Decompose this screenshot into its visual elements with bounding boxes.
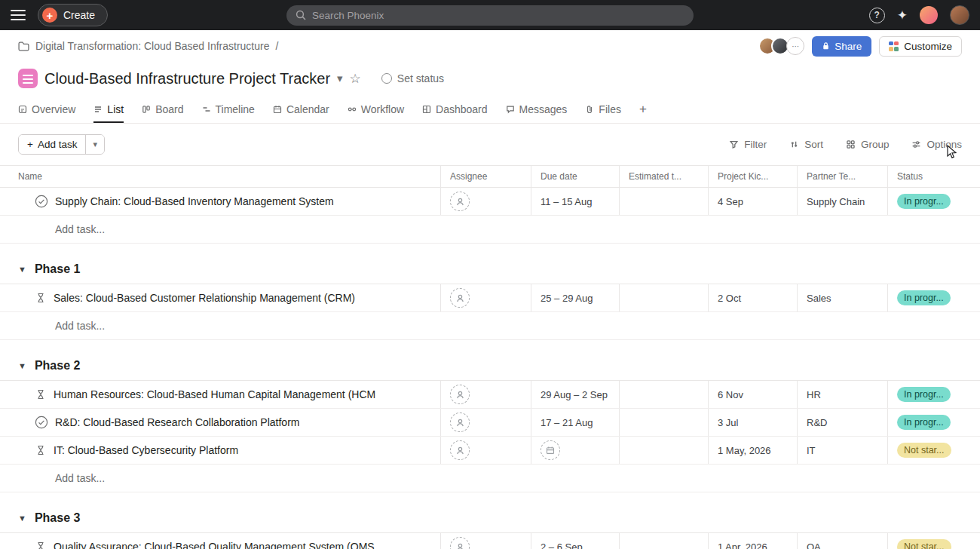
status-badge[interactable]: In progr... [897, 290, 951, 305]
table-row[interactable]: Sales: Cloud-Based Customer Relationship… [0, 284, 980, 312]
create-button[interactable]: + Create [38, 4, 108, 26]
tab-workflow[interactable]: Workflow [348, 95, 404, 123]
assignee-avatar-placeholder[interactable] [450, 440, 470, 460]
help-icon[interactable]: ? [869, 8, 885, 23]
section-collapse-icon[interactable]: ▼ [18, 265, 26, 274]
due-date-placeholder-calendar-icon[interactable] [541, 440, 560, 460]
assignee-avatar-placeholder[interactable] [450, 537, 470, 549]
add-task-row[interactable]: Add task... [0, 465, 980, 492]
tab-messages[interactable]: Messages [506, 95, 568, 123]
table-row[interactable]: R&D: Cloud-Based Research Collaboration … [0, 409, 980, 437]
task-name[interactable]: R&D: Cloud-Based Research Collaboration … [55, 416, 299, 428]
user-avatar[interactable] [950, 5, 969, 25]
assignee-cell[interactable] [441, 409, 531, 436]
tab-list[interactable]: List [93, 95, 124, 123]
due-date-cell[interactable]: 17 – 21 Aug [531, 409, 620, 436]
partner-team-cell[interactable]: QA [798, 533, 888, 549]
member-overflow-button[interactable]: ··· [786, 37, 804, 55]
status-cell[interactable]: Not star... [888, 437, 980, 464]
project-kickoff-cell[interactable]: 2 Oct [709, 284, 798, 311]
hourglass-icon[interactable] [35, 292, 47, 304]
project-icon[interactable] [18, 69, 38, 88]
estimated-cell[interactable] [620, 381, 709, 408]
task-name[interactable]: Human Resources: Cloud-Based Human Capit… [54, 388, 375, 400]
partner-team-cell[interactable]: R&D [798, 409, 888, 436]
member-avatars[interactable]: ··· [758, 37, 804, 55]
project-kickoff-cell[interactable]: 1 Apr, 2026 [709, 533, 798, 549]
assignee-cell[interactable] [441, 437, 531, 464]
section-collapse-icon[interactable]: ▼ [18, 514, 26, 523]
share-button[interactable]: Share [812, 36, 871, 57]
column-header-project-kickoff[interactable]: Project Kic... [709, 166, 798, 187]
add-task-button[interactable]: + Add task [19, 135, 85, 154]
ai-sparkle-icon[interactable]: ✦ [897, 8, 908, 23]
section-collapse-icon[interactable]: ▼ [18, 361, 26, 370]
column-header-due-date[interactable]: Due date [531, 166, 620, 187]
status-cell[interactable]: Not star... [888, 533, 980, 549]
assignee-avatar-placeholder[interactable] [450, 192, 470, 211]
set-status-button[interactable]: Set status [381, 72, 444, 84]
task-name[interactable]: Quality Assurance: Cloud-Based Quality M… [54, 541, 375, 549]
column-header-partner-team[interactable]: Partner Te... [798, 166, 888, 187]
tab-timeline[interactable]: Timeline [202, 95, 255, 123]
column-header-estimated[interactable]: Estimated t... [620, 166, 709, 187]
section-title[interactable]: Phase 1 [35, 262, 80, 276]
tab-calendar[interactable]: Calendar [273, 95, 329, 123]
due-date-cell[interactable]: 29 Aug – 2 Sep [531, 381, 620, 408]
project-kickoff-cell[interactable]: 6 Nov [709, 381, 798, 408]
column-header-status[interactable]: Status [888, 166, 980, 187]
add-task-row[interactable]: Add task... [0, 216, 980, 244]
partner-team-cell[interactable]: HR [798, 381, 888, 408]
hourglass-icon[interactable] [35, 444, 47, 456]
estimated-cell[interactable] [620, 409, 709, 436]
assignee-cell[interactable] [441, 284, 531, 311]
due-date-cell[interactable]: 25 – 29 Aug [531, 284, 620, 311]
assignee-avatar-placeholder[interactable] [450, 385, 470, 404]
filter-button[interactable]: Filter [729, 139, 767, 150]
hourglass-icon[interactable] [35, 388, 47, 400]
sort-button[interactable]: Sort [789, 139, 823, 150]
tab-dashboard[interactable]: Dashboard [422, 95, 488, 123]
table-row[interactable]: Supply Chain: Cloud-Based Inventory Mana… [0, 188, 980, 216]
table-row[interactable]: Human Resources: Cloud-Based Human Capit… [0, 381, 980, 409]
breadcrumb-project-link[interactable]: Digital Transformation: Cloud Based Infr… [35, 40, 269, 52]
hamburger-menu-icon[interactable] [11, 10, 26, 20]
status-badge[interactable]: In progr... [897, 415, 951, 430]
status-badge[interactable]: Not star... [897, 539, 951, 549]
due-date-cell[interactable] [531, 437, 620, 464]
project-kickoff-cell[interactable]: 4 Sep [709, 188, 798, 215]
section-title[interactable]: Phase 3 [35, 511, 80, 525]
assignee-cell[interactable] [441, 533, 531, 549]
status-cell[interactable]: In progr... [888, 409, 980, 436]
tab-overview[interactable]: Overview [18, 95, 75, 123]
estimated-cell[interactable] [620, 188, 709, 215]
assignee-avatar-placeholder[interactable] [450, 413, 470, 432]
assignee-avatar-placeholder[interactable] [450, 288, 470, 308]
options-button[interactable]: Options [911, 139, 962, 150]
tab-files[interactable]: Files [585, 95, 621, 123]
global-search[interactable] [286, 5, 694, 26]
project-kickoff-cell[interactable]: 3 Jul [709, 409, 798, 436]
status-badge[interactable]: Not star... [897, 443, 951, 458]
tab-board[interactable]: Board [142, 95, 183, 123]
favorite-star-icon[interactable]: ☆ [350, 71, 361, 87]
partner-team-cell[interactable]: Supply Chain [798, 188, 888, 215]
column-header-assignee[interactable]: Assignee [441, 166, 531, 187]
title-chevron-down-icon[interactable]: ▾ [337, 72, 343, 85]
due-date-cell[interactable]: 11 – 15 Aug [531, 188, 620, 215]
add-task-dropdown-button[interactable]: ▾ [85, 135, 104, 154]
check-circle-icon[interactable] [35, 195, 48, 208]
project-kickoff-cell[interactable]: 1 May, 2026 [709, 437, 798, 464]
estimated-cell[interactable] [620, 533, 709, 549]
add-task-row[interactable]: Add task... [0, 312, 980, 340]
column-header-name[interactable]: Name [0, 166, 441, 187]
status-cell[interactable]: In progr... [888, 188, 980, 215]
hourglass-icon[interactable] [35, 541, 47, 549]
task-name[interactable]: Sales: Cloud-Based Customer Relationship… [54, 292, 355, 304]
status-badge[interactable]: In progr... [897, 387, 951, 402]
assignee-cell[interactable] [441, 188, 531, 215]
status-badge[interactable]: In progr... [897, 194, 951, 209]
group-button[interactable]: Group [846, 139, 890, 150]
check-circle-icon[interactable] [35, 416, 48, 429]
partner-team-cell[interactable]: Sales [798, 284, 888, 311]
